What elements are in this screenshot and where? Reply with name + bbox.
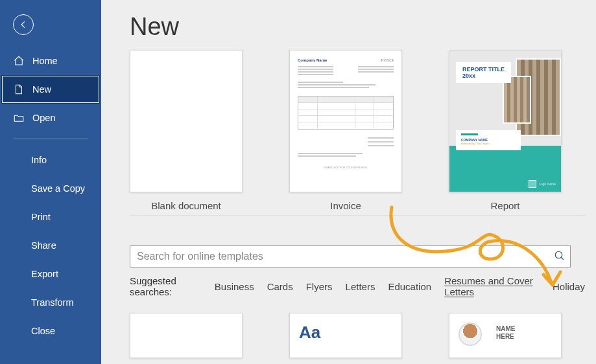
page-title: New <box>130 13 596 41</box>
home-icon <box>13 55 25 67</box>
template-row: Blank document Company NameINVOICE <box>130 50 585 216</box>
sidebar-item-new[interactable]: New <box>1 75 100 104</box>
suggested-searches: Suggested searches: Business Cards Flyer… <box>130 275 585 297</box>
sidebar-item-label: Home <box>32 56 58 66</box>
suggested-label: Suggested searches: <box>130 275 202 297</box>
sidebar-item-share[interactable]: Share <box>0 231 101 260</box>
suggested-link-business[interactable]: Business <box>215 281 254 292</box>
sidebar-item-open[interactable]: Open <box>0 104 101 132</box>
sidebar-item-home[interactable]: Home <box>0 47 101 75</box>
suggested-link-flyers[interactable]: Flyers <box>306 281 333 292</box>
template-thumb-invoice: Company NameINVOICE THANK YOU FOR YOUR B… <box>289 50 402 192</box>
arrow-left-icon <box>19 20 28 29</box>
template-label: Blank document <box>151 200 221 211</box>
suggested-link-letters[interactable]: Letters <box>346 281 375 292</box>
template-invoice[interactable]: Company NameINVOICE THANK YOU FOR YOUR B… <box>289 50 402 211</box>
suggested-link-cards[interactable]: Cards <box>267 281 293 292</box>
template-row-2: Aa NAMEHERE <box>130 313 585 358</box>
back-button[interactable] <box>13 14 34 35</box>
template-label: Report <box>490 200 519 211</box>
template-label: Invoice <box>330 200 361 211</box>
sidebar-item-save-a-copy[interactable]: Save a Copy <box>0 174 101 203</box>
sidebar-item-export[interactable]: Export <box>0 260 101 288</box>
sidebar-item-transform[interactable]: Transform <box>0 288 101 317</box>
suggested-link-resumes[interactable]: Resumes and Cover Letters <box>444 275 540 297</box>
suggested-link-holiday[interactable]: Holiday <box>553 281 585 292</box>
sidebar-divider <box>13 139 88 139</box>
sidebar-item-info[interactable]: Info <box>0 146 101 174</box>
template-report[interactable]: REPORT TITLE 20xx COMPANY NAME Authored … <box>449 50 562 211</box>
backstage-sidebar: Home New Open Info Save a Copy Print Sha… <box>0 0 101 364</box>
sidebar-item-label: Open <box>32 113 55 123</box>
template-thumb-report: REPORT TITLE 20xx COMPANY NAME Authored … <box>449 50 562 192</box>
template-thumb-resume[interactable]: NAMEHERE <box>449 313 562 358</box>
svg-point-0 <box>555 251 562 258</box>
avatar-icon <box>459 323 482 346</box>
template-blank-document[interactable]: Blank document <box>130 50 243 211</box>
suggested-link-education[interactable]: Education <box>388 281 431 292</box>
template-thumb-blank <box>130 50 243 192</box>
sidebar-item-label: New <box>32 84 51 95</box>
main-area: New Blank document Company NameINVOICE <box>101 0 596 364</box>
building-image-icon <box>516 58 561 136</box>
search-input[interactable] <box>130 245 571 267</box>
template-thumb-spacing[interactable]: Aa <box>289 313 402 358</box>
folder-open-icon <box>13 112 25 124</box>
document-icon <box>13 84 25 95</box>
template-thumb-generic-1[interactable] <box>130 313 243 358</box>
aa-sample-text: Aa <box>290 313 401 343</box>
search-container <box>130 245 571 267</box>
search-icon[interactable] <box>554 250 566 264</box>
sidebar-item-print[interactable]: Print <box>0 203 101 231</box>
sidebar-item-close[interactable]: Close <box>0 317 101 345</box>
